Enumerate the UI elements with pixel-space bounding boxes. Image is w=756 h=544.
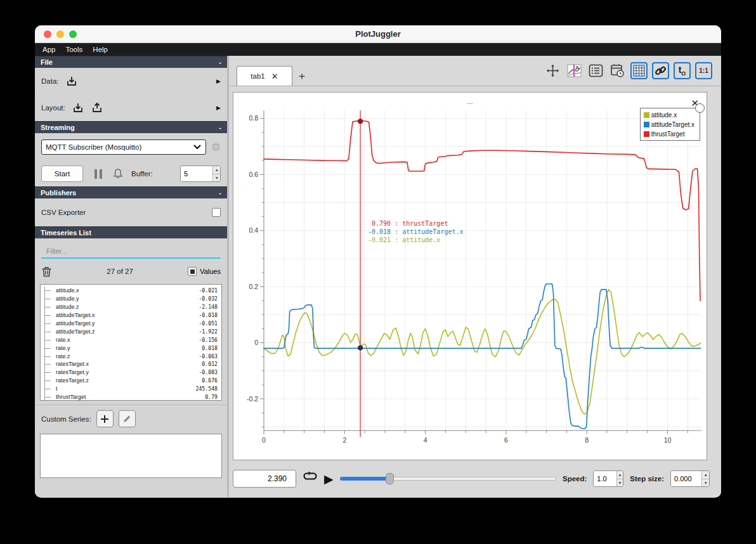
timeseries-value: 0.018 [202, 345, 219, 351]
plot-canvas[interactable]: 0246810-0.200.20.40.60.8 [235, 104, 707, 450]
timeseries-name: attitude.z [56, 304, 79, 310]
timeseries-row[interactable]: attitude.x-0.021 [44, 287, 219, 295]
legend-item[interactable]: attitude.x [644, 112, 694, 119]
start-streaming-button[interactable]: Start [41, 165, 83, 182]
csv-exporter-checkbox[interactable] [212, 208, 221, 217]
tree-branch-icon [44, 327, 55, 335]
timeseries-row[interactable]: thrustTarget0.79 [44, 393, 219, 401]
app-window: PlotJuggler AppToolsHelp File - Data: ▶ … [35, 25, 721, 498]
data-label: Data: [41, 77, 59, 85]
speed-value-input[interactable] [594, 471, 616, 486]
step-size-spinbox[interactable]: ▲▼ [670, 470, 710, 487]
timeseries-value: 0.012 [202, 361, 219, 367]
legend-color-swatch [644, 122, 649, 127]
series-attitude.x [264, 290, 701, 415]
streaming-section-header[interactable]: Streaming - [35, 121, 227, 133]
time-offset-button[interactable]: tO [674, 62, 691, 79]
title-bar[interactable]: PlotJuggler [35, 25, 721, 43]
spin-down-icon[interactable]: ▼ [213, 174, 220, 182]
loop-icon [303, 471, 318, 484]
save-layout-button[interactable] [91, 101, 103, 114]
buffer-value-input[interactable] [181, 166, 212, 181]
ratio-button[interactable]: 1:1 [695, 62, 712, 79]
load-data-button[interactable] [65, 75, 78, 87]
collapse-icon[interactable]: - [219, 58, 221, 66]
menu-item-app[interactable]: App [42, 46, 55, 53]
svg-text:A: A [575, 65, 580, 71]
data-menu-arrow-icon[interactable]: ▶ [216, 78, 221, 84]
plot-widget: ... ✕ 0246810-0.200.20.40.60.8 0.790 : t… [233, 92, 707, 460]
menu-item-help[interactable]: Help [93, 46, 108, 53]
timeseries-row[interactable]: ratesTarget.z0.676 [44, 377, 219, 385]
datetime-button[interactable] [609, 62, 626, 79]
playback-time-input[interactable] [233, 470, 296, 488]
notifications-bell-icon[interactable] [112, 168, 124, 179]
custom-series-label: Custom Series: [41, 415, 91, 423]
edit-custom-series-button[interactable] [119, 410, 136, 427]
spin-up-icon[interactable]: ▲ [213, 166, 220, 174]
legend-item[interactable]: attitudeTarget.x [644, 121, 694, 128]
tree-branch-icon [44, 360, 55, 368]
file-section-header[interactable]: File - [35, 56, 227, 68]
pan-zoom-button[interactable] [544, 62, 561, 79]
timeseries-row[interactable]: attitudeTarget.z-1.922 [44, 327, 219, 335]
timeseries-row[interactable]: ratesTarget.x0.012 [44, 360, 219, 368]
timeseries-row[interactable]: attitude.y-0.032 [44, 295, 219, 303]
spin-up-icon[interactable]: ▲ [702, 471, 709, 479]
legend-corner-handle-icon[interactable] [695, 103, 705, 113]
add-custom-series-button[interactable] [96, 410, 114, 427]
streaming-settings-gear-icon[interactable]: ⚙ [211, 141, 221, 154]
plot-legend[interactable]: attitude.xattitudeTarget.xthrustTarget [640, 108, 700, 141]
timeseries-filter-input[interactable] [41, 245, 221, 259]
tracker-readout: 0.790 : thrustTarget-0.018 : attitudeTar… [368, 219, 464, 244]
svg-text:4: 4 [424, 436, 427, 444]
timeseries-row[interactable]: rate.z-0.063 [44, 352, 219, 360]
legend-color-swatch [644, 112, 649, 118]
timeseries-value: -0.021 [199, 287, 219, 294]
collapse-icon[interactable]: - [219, 124, 221, 131]
collapse-icon[interactable]: - [219, 189, 221, 197]
values-checkbox[interactable] [188, 267, 197, 276]
timeseries-value: 245.548 [195, 385, 219, 392]
spin-down-icon[interactable]: ▼ [702, 479, 709, 487]
add-tab-button[interactable]: ＋ [292, 66, 311, 86]
tab-tab1[interactable]: tab1 ✕ [237, 66, 292, 86]
load-layout-button[interactable] [72, 101, 84, 114]
play-button[interactable]: ▶ [324, 472, 334, 486]
spin-down-icon[interactable]: ▼ [617, 479, 623, 487]
svg-text:6: 6 [504, 436, 508, 444]
t0-icon: tO [679, 65, 686, 77]
menu-item-tools[interactable]: Tools [65, 46, 82, 53]
timeseries-row[interactable]: attitudeTarget.y-0.051 [44, 320, 219, 328]
legend-item[interactable]: thrustTarget [644, 131, 694, 138]
step-value-input[interactable] [671, 471, 701, 486]
play-icon: ▶ [324, 472, 334, 486]
spin-up-icon[interactable]: ▲ [617, 471, 623, 479]
series-attitudeTarget.x [264, 284, 701, 429]
slider-handle[interactable] [386, 473, 394, 484]
timeseries-list[interactable]: attitude.x-0.021attitude.y-0.032attitude… [40, 284, 222, 401]
curve-list-button[interactable] [587, 62, 604, 79]
tab-bar: tab1 ✕ ＋ A [229, 56, 721, 86]
data-tracker-button[interactable]: A [566, 62, 583, 79]
loop-button[interactable] [303, 471, 318, 487]
layout-menu-arrow-icon[interactable]: ▶ [216, 105, 221, 111]
playback-slider[interactable] [340, 472, 556, 485]
timeseries-row[interactable]: rate.x-0.156 [44, 335, 219, 344]
timeseries-row[interactable]: ratesTarget.y-0.083 [44, 368, 219, 377]
timeseries-section-header[interactable]: Timeseries List [35, 226, 227, 238]
close-tab-icon[interactable]: ✕ [271, 72, 278, 81]
delete-trash-icon[interactable] [41, 266, 52, 278]
timeseries-row[interactable]: attitudeTarget.x-0.018 [44, 311, 219, 320]
grid-view-button[interactable] [630, 62, 648, 79]
timeseries-row[interactable]: attitude.z-2.148 [44, 303, 219, 311]
publishers-section-header[interactable]: Publishers - [35, 186, 227, 198]
link-axes-button[interactable] [652, 62, 669, 79]
custom-series-list[interactable] [40, 434, 222, 478]
streaming-source-select[interactable]: MQTT Subscriber (Mosquitto) [41, 139, 206, 155]
timeseries-row[interactable]: rate.y0.018 [44, 344, 219, 352]
speed-spinbox[interactable]: ▲▼ [593, 470, 623, 487]
timeseries-row[interactable]: t245.548 [44, 385, 219, 393]
pause-icon[interactable] [94, 169, 102, 179]
buffer-spinbox[interactable]: ▲▼ [180, 165, 221, 182]
